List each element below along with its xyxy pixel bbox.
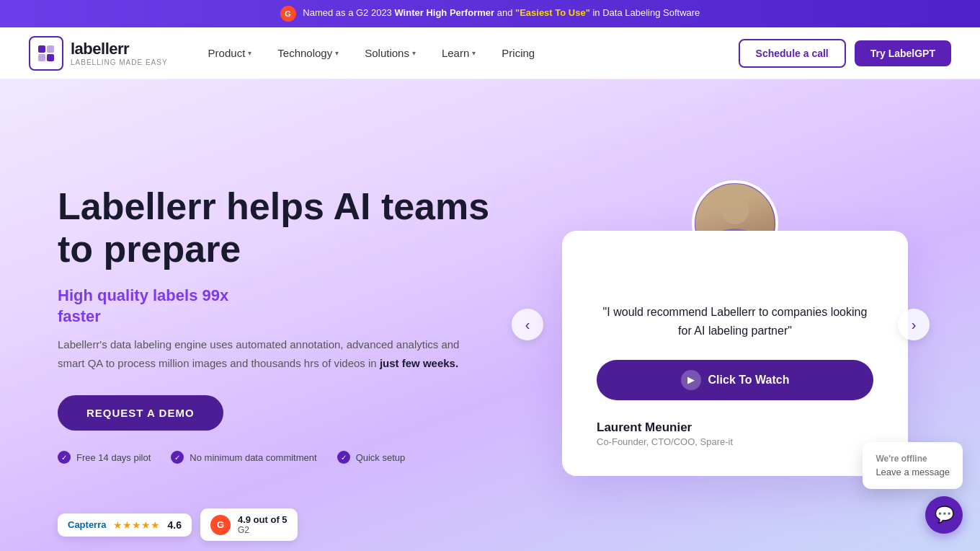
hero-right: ‹ "I would recommend Labellerr to compan… bbox=[504, 173, 922, 476]
g2-score: 4.9 out of 5 bbox=[238, 514, 288, 525]
capterra-logo: Capterra bbox=[68, 519, 106, 530]
nav-item-pricing[interactable]: Pricing bbox=[490, 41, 546, 65]
capterra-badge: Capterra ★★★★★ 4.6 bbox=[58, 513, 192, 537]
product-chevron-icon: ▾ bbox=[248, 49, 251, 57]
logo-name: labellerr bbox=[71, 40, 168, 58]
nav-item-learn[interactable]: Learn ▾ bbox=[430, 41, 487, 65]
svg-rect-2 bbox=[38, 54, 45, 61]
testimonial-prev-button[interactable]: ‹ bbox=[512, 309, 543, 340]
testimonial-next-button[interactable]: › bbox=[898, 309, 930, 340]
badges-row: Capterra ★★★★★ 4.6 G 4.9 out of 5 G2 bbox=[58, 508, 298, 541]
g2-icon: G bbox=[210, 515, 231, 535]
schedule-call-button[interactable]: Schedule a call bbox=[739, 39, 846, 68]
logo-tagline: Labelling Made Easy bbox=[71, 58, 168, 66]
hero-left: Labellerr helps AI teams to prepare High… bbox=[58, 185, 504, 464]
nav-item-technology[interactable]: Technology ▾ bbox=[266, 41, 350, 65]
banner-middle: and bbox=[497, 7, 515, 18]
capterra-stars: ★★★★★ bbox=[113, 519, 160, 531]
check-icon-1: ✓ bbox=[58, 451, 71, 464]
nav-item-product[interactable]: Product ▾ bbox=[197, 41, 264, 65]
logo-icon bbox=[36, 43, 56, 63]
author-name: Laurent Meunier bbox=[597, 420, 873, 435]
capterra-score: 4.6 bbox=[167, 519, 181, 531]
hero-highlight: just few weeks. bbox=[380, 357, 458, 369]
banner-prefix: Named as a G2 2023 bbox=[303, 7, 392, 18]
nav-cta-area: Schedule a call Try LabelGPT bbox=[739, 39, 951, 68]
banner-highlight: Winter High Performer bbox=[394, 7, 494, 18]
learn-chevron-icon: ▾ bbox=[472, 49, 476, 57]
request-demo-button[interactable]: REQUEST A DEMO bbox=[58, 395, 223, 431]
svg-rect-0 bbox=[38, 45, 45, 53]
svg-rect-3 bbox=[47, 54, 54, 61]
hero-title: Labellerr helps AI teams to prepare bbox=[58, 185, 504, 272]
chat-open-button[interactable]: 💬 bbox=[925, 496, 963, 534]
testimonial-quote: "I would recommend Labellerr to companie… bbox=[597, 303, 873, 340]
svg-rect-1 bbox=[47, 45, 54, 53]
nav-item-solutions[interactable]: Solutions ▾ bbox=[353, 41, 427, 65]
g2-banner-icon: G bbox=[280, 6, 296, 22]
hero-description: Labellerr's data labeling engine uses au… bbox=[58, 335, 476, 372]
check-icon-3: ✓ bbox=[337, 451, 350, 464]
check-icon-2: ✓ bbox=[171, 451, 184, 464]
chat-widget: We're offline Leave a message 💬 bbox=[863, 442, 963, 534]
try-labelgpt-button[interactable]: Try LabelGPT bbox=[855, 40, 951, 66]
g2-text: 4.9 out of 5 G2 bbox=[238, 514, 288, 535]
logo-text: labellerr Labelling Made Easy bbox=[71, 40, 168, 66]
hero-section: Labellerr helps AI teams to prepare High… bbox=[0, 79, 980, 551]
solutions-chevron-icon: ▾ bbox=[412, 49, 416, 57]
g2-badge: G 4.9 out of 5 G2 bbox=[200, 508, 298, 541]
logo-link[interactable]: labellerr Labelling Made Easy bbox=[29, 36, 168, 71]
technology-chevron-icon: ▾ bbox=[335, 49, 339, 57]
feature-quick-setup: ✓ Quick setup bbox=[337, 451, 406, 464]
chat-icon: 💬 bbox=[935, 506, 954, 524]
features-row: ✓ Free 14 days pilot ✓ No minimum data c… bbox=[58, 451, 504, 464]
top-banner: G Named as a G2 2023 Winter High Perform… bbox=[0, 0, 980, 27]
feature-no-minimum: ✓ No minimum data commitment bbox=[171, 451, 316, 464]
feature-free-pilot: ✓ Free 14 days pilot bbox=[58, 451, 151, 464]
navbar: labellerr Labelling Made Easy Product ▾ … bbox=[0, 27, 980, 79]
g2-label: G2 bbox=[238, 525, 249, 535]
hero-subtitle: High quality labels 99x faster bbox=[58, 286, 504, 327]
testimonial-card: "I would recommend Labellerr to companie… bbox=[562, 231, 908, 476]
banner-quote: "Easiest To Use" bbox=[515, 7, 590, 18]
nav-links: Product ▾ Technology ▾ Solutions ▾ Learn… bbox=[197, 41, 739, 65]
click-to-watch-button[interactable]: ▶ Click To Watch bbox=[597, 360, 873, 400]
author-title: Co-Founder, CTO/COO, Spare-it bbox=[597, 436, 873, 447]
banner-suffix: in Data Labeling Software bbox=[592, 7, 700, 18]
chat-status: We're offline bbox=[876, 452, 950, 465]
chat-bubble: We're offline Leave a message bbox=[863, 442, 963, 490]
testimonial-author: Laurent Meunier Co-Founder, CTO/COO, Spa… bbox=[597, 420, 873, 447]
logo-box bbox=[29, 36, 63, 71]
play-icon: ▶ bbox=[681, 370, 701, 390]
chat-message: Leave a message bbox=[876, 465, 950, 480]
